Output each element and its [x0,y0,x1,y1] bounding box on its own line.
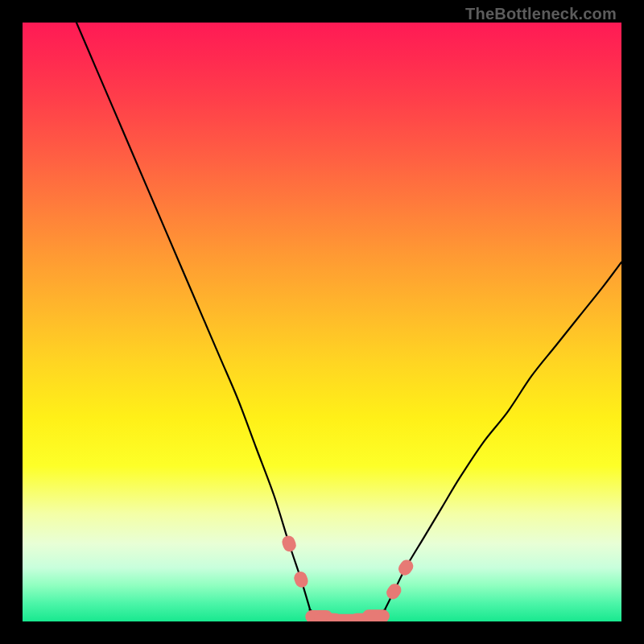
chart-frame: TheBottleneck.com [0,0,644,644]
highlight-marker [384,581,404,602]
marker-group [280,534,415,621]
highlight-marker [362,609,390,621]
highlight-marker [292,570,310,589]
highlight-marker [280,534,298,553]
bottleneck-curve [76,23,621,621]
curve-layer [23,23,621,621]
highlight-marker [396,557,416,578]
plot-area [23,23,621,621]
watermark-label: TheBottleneck.com [465,5,617,23]
